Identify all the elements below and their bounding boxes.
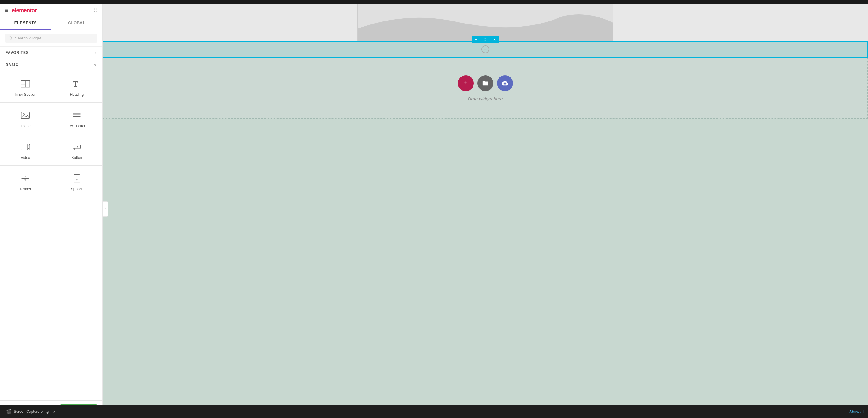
drag-cloud-button[interactable] <box>497 75 513 91</box>
svg-rect-28 <box>102 4 358 41</box>
row-controls: + ⠿ × <box>472 36 499 43</box>
taskbar-right: Show all <box>849 410 864 414</box>
top-image-section <box>102 4 868 41</box>
widget-button[interactable]: Button <box>52 134 102 165</box>
drag-folder-button[interactable] <box>477 75 493 91</box>
tab-global[interactable]: GLOBAL <box>51 17 102 30</box>
favorites-chevron-icon: › <box>95 50 97 55</box>
row-close-button[interactable]: × <box>490 36 499 43</box>
drag-section: + Drag widget here <box>102 58 868 119</box>
button-icon <box>71 141 82 152</box>
row-add-button[interactable]: + <box>472 36 481 43</box>
top-bar <box>0 0 868 4</box>
sidebar-search <box>0 30 102 46</box>
widget-inner-section-label: Inner Section <box>15 92 36 97</box>
elementor-logo: elementor <box>12 7 37 14</box>
svg-rect-8 <box>22 112 30 119</box>
widget-inner-section[interactable]: Inner Section <box>0 71 51 102</box>
basic-label: BASIC <box>5 63 18 67</box>
sidebar-tabs: ELEMENTS GLOBAL <box>0 17 102 30</box>
widget-heading-label: Heading <box>70 92 84 97</box>
file-name: Screen Capture o....gif <box>14 410 51 414</box>
main-layout: ≡ elementor ⠿ ELEMENTS GLOBAL FAVORITES … <box>0 4 868 418</box>
svg-point-0 <box>9 37 12 39</box>
top-col-center <box>358 4 613 41</box>
favorites-label: FAVORITES <box>5 51 29 55</box>
widget-heading[interactable]: T Heading <box>52 71 102 102</box>
search-icon <box>8 36 12 40</box>
sidebar-header: ≡ elementor ⠿ <box>0 4 102 17</box>
widget-text-editor[interactable]: Text Editor <box>52 102 102 134</box>
canvas-inner: + ⠿ × + + <box>102 4 868 186</box>
tab-elements[interactable]: ELEMENTS <box>0 17 51 30</box>
basic-chevron-icon: ∨ <box>94 62 97 67</box>
top-col-left <box>102 4 358 41</box>
taskbar-file[interactable]: 🎬 Screen Capture o....gif ∧ <box>4 408 58 415</box>
show-all-button[interactable]: Show all <box>849 410 864 414</box>
divider-icon <box>20 173 31 184</box>
widget-spacer[interactable]: Spacer <box>52 165 102 197</box>
svg-marker-26 <box>76 176 78 177</box>
widget-text-editor-label: Text Editor <box>68 124 85 128</box>
video-icon <box>20 141 31 152</box>
sidebar: ≡ elementor ⠿ ELEMENTS GLOBAL FAVORITES … <box>0 4 102 418</box>
row-drag-handle[interactable]: ⠿ <box>481 36 490 43</box>
grid-icon[interactable]: ⠿ <box>94 8 97 13</box>
inner-section-icon <box>20 78 31 89</box>
heading-icon: T <box>71 78 82 89</box>
hamburger-icon[interactable]: ≡ <box>5 7 8 14</box>
taskbar: 🎬 Screen Capture o....gif ∧ Show all <box>0 405 868 418</box>
bottom-section <box>102 119 868 186</box>
drag-actions: + <box>458 75 513 91</box>
widget-button-label: Button <box>71 156 82 160</box>
svg-text:T: T <box>73 80 78 88</box>
row-add-widget-button[interactable]: + <box>482 45 489 53</box>
image-icon <box>20 110 31 121</box>
svg-line-1 <box>11 39 12 39</box>
drag-label: Drag widget here <box>468 96 502 101</box>
search-input[interactable] <box>15 36 94 40</box>
taskbar-expand-icon[interactable]: ∧ <box>53 410 56 414</box>
widget-image-label: Image <box>21 124 31 128</box>
row-content: + <box>103 42 867 57</box>
collapse-handle[interactable]: ‹ <box>102 201 108 217</box>
svg-rect-30 <box>613 4 868 41</box>
file-icon: 🎬 <box>6 409 11 414</box>
search-wrapper <box>5 34 97 42</box>
highlighted-row: + ⠿ × + <box>102 41 868 58</box>
widget-divider[interactable]: Divider <box>0 165 51 197</box>
text-editor-icon <box>71 110 82 121</box>
widget-image[interactable]: Image <box>0 102 51 134</box>
favorites-section-header[interactable]: FAVORITES › <box>0 46 102 59</box>
canvas-area: + ⠿ × + + <box>102 4 868 418</box>
top-col-right <box>613 4 868 41</box>
sidebar-header-left: ≡ elementor <box>5 7 37 14</box>
widget-video[interactable]: Video <box>0 134 51 165</box>
svg-point-9 <box>23 114 25 115</box>
spacer-icon <box>71 173 82 184</box>
widget-divider-label: Divider <box>20 187 31 191</box>
svg-rect-14 <box>21 144 28 150</box>
basic-section-header[interactable]: BASIC ∨ <box>0 59 102 71</box>
svg-marker-27 <box>76 180 78 181</box>
drag-add-button[interactable]: + <box>458 75 474 91</box>
widget-grid: Inner Section T Heading <box>0 71 102 197</box>
widget-video-label: Video <box>21 156 30 160</box>
widget-spacer-label: Spacer <box>71 187 83 191</box>
